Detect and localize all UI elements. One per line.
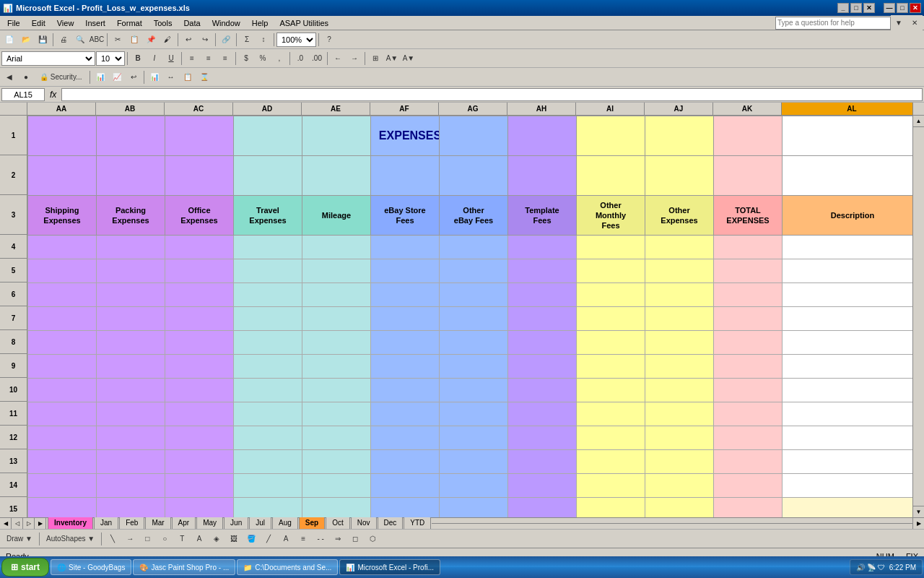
cell-r13-c9[interactable] (645, 450, 714, 474)
cell-r7-c1[interactable] (97, 307, 165, 331)
header-cell-4[interactable]: Mileage (302, 196, 371, 236)
taskbar-documents[interactable]: 📁 C:\Documents and Se... (237, 559, 338, 575)
cell-r11-c8[interactable] (577, 402, 645, 426)
cell-r7-c5[interactable] (371, 307, 440, 331)
cell-r13-c11[interactable] (783, 450, 913, 474)
cell-r1-c4[interactable] (302, 116, 371, 156)
col-header-af[interactable]: AF (370, 103, 439, 115)
cell-r5-c8[interactable] (577, 259, 645, 283)
cell-r6-c0[interactable] (28, 283, 97, 307)
cell-r15-c1[interactable] (97, 498, 165, 518)
header-cell-10[interactable]: TOTALEXPENSES (714, 196, 783, 236)
cell-r11-c3[interactable] (234, 402, 302, 426)
cell-r5-c3[interactable] (234, 259, 302, 283)
cell-r5-c7[interactable] (508, 259, 577, 283)
cell-r12-c7[interactable] (508, 426, 577, 450)
cell-r9-c9[interactable] (645, 355, 714, 379)
cell-r13-c8[interactable] (577, 450, 645, 474)
cell-r5-c1[interactable] (97, 259, 165, 283)
cell-r11-c11[interactable] (783, 402, 913, 426)
cell-r4-c7[interactable] (508, 236, 577, 259)
cell-r6-c10[interactable] (714, 283, 783, 307)
percent-btn[interactable]: % (255, 51, 271, 66)
cell-r15-c5[interactable] (371, 498, 440, 518)
header-cell-8[interactable]: OtherMonthlyFees (577, 196, 645, 236)
indent-dec-btn[interactable]: ← (330, 51, 346, 66)
header-cell-9[interactable]: OtherExpenses (645, 196, 714, 236)
cell-reference-input[interactable] (1, 88, 45, 101)
arrow-style-btn[interactable]: ⇒ (330, 531, 346, 547)
cell-r15-c7[interactable] (508, 498, 577, 518)
cell-r12-c8[interactable] (577, 426, 645, 450)
maximize-btn[interactable]: □ (897, 3, 908, 13)
increase-decimal-btn[interactable]: .0 (292, 51, 308, 66)
cell-r2-c11[interactable] (783, 156, 913, 196)
cell-r4-c8[interactable] (577, 236, 645, 259)
cell-r15-c2[interactable] (165, 498, 234, 518)
cell-r10-c11[interactable] (783, 379, 913, 402)
sheet-tab-oct[interactable]: Oct (326, 516, 350, 529)
cell-r8-c3[interactable] (234, 331, 302, 355)
3d-btn[interactable]: ⬡ (365, 531, 380, 547)
cell-r14-c8[interactable] (577, 474, 645, 498)
cell-r5-c2[interactable] (165, 259, 234, 283)
cut-btn[interactable]: ✂ (110, 32, 126, 48)
cell-r11-c9[interactable] (645, 402, 714, 426)
cell-r5-c0[interactable] (28, 259, 97, 283)
cell-r7-c7[interactable] (508, 307, 577, 331)
decrease-decimal-btn[interactable]: .00 (309, 51, 325, 66)
sheet-tab-jan[interactable]: Jan (94, 516, 118, 529)
menu-tools[interactable]: Tools (148, 17, 178, 29)
cell-r6-c5[interactable] (371, 283, 440, 307)
tb-extra-1[interactable]: ◀ (1, 69, 17, 85)
autosum-btn[interactable]: Σ (239, 32, 255, 48)
cell-r6-c1[interactable] (97, 283, 165, 307)
cell-r7-c9[interactable] (645, 307, 714, 331)
cell-r2-c3[interactable] (234, 156, 302, 196)
font-combo[interactable]: Arial (1, 51, 95, 66)
taskbar-jasc[interactable]: 🎨 Jasc Paint Shop Pro - ... (133, 559, 235, 575)
cell-r2-c1[interactable] (97, 156, 165, 196)
cell-r14-c3[interactable] (234, 474, 302, 498)
tb-e5[interactable]: ↩ (126, 69, 141, 85)
cell-r4-c4[interactable] (302, 236, 371, 259)
cell-r14-c7[interactable] (508, 474, 577, 498)
cell-r1-c0[interactable] (28, 116, 97, 156)
col-header-ak[interactable]: AK (713, 103, 782, 115)
menu-asap[interactable]: ASAP Utilities (274, 17, 334, 29)
cell-r4-c1[interactable] (97, 236, 165, 259)
cell-r14-c6[interactable] (440, 474, 508, 498)
cell-r9-c10[interactable] (714, 355, 783, 379)
col-header-ae[interactable]: AE (302, 103, 370, 115)
close-inner-btn[interactable]: ✕ (907, 15, 923, 31)
border-btn[interactable]: ⊞ (367, 51, 383, 66)
cell-r12-c0[interactable] (28, 426, 97, 450)
line-color-btn[interactable]: ╱ (261, 531, 276, 547)
cell-r9-c3[interactable] (234, 355, 302, 379)
ellipse-tool[interactable]: ○ (157, 531, 173, 547)
cell-r14-c11[interactable] (783, 474, 913, 498)
cell-r8-c5[interactable] (371, 331, 440, 355)
help-search-input[interactable] (775, 17, 891, 30)
currency-btn[interactable]: $ (238, 51, 254, 66)
underline-btn[interactable]: U (163, 51, 179, 66)
cell-r6-c7[interactable] (508, 283, 577, 307)
header-cell-5[interactable]: eBay StoreFees (371, 196, 440, 236)
shadow-btn[interactable]: ◻ (347, 531, 363, 547)
menu-help[interactable]: Help (246, 17, 274, 29)
cell-r5-c4[interactable] (302, 259, 371, 283)
open-btn[interactable]: 📂 (18, 32, 34, 48)
cell-r10-c2[interactable] (165, 379, 234, 402)
sheet-tab-ytd[interactable]: YTD (404, 516, 431, 529)
cell-r2-c6[interactable] (440, 156, 508, 196)
col-header-ab[interactable]: AB (96, 103, 165, 115)
cell-r9-c5[interactable] (371, 355, 440, 379)
v-scrollbar-track[interactable] (913, 127, 924, 506)
cell-r15-c8[interactable] (577, 498, 645, 518)
cell-r2-c5[interactable] (371, 156, 440, 196)
scroll-right-btn[interactable]: ▶ (912, 518, 924, 530)
sheet-tab-apr[interactable]: Apr (172, 516, 196, 529)
cell-r2-c10[interactable] (714, 156, 783, 196)
help-btn[interactable]: ? (321, 32, 337, 48)
font-color-btn[interactable]: A▼ (401, 51, 417, 66)
